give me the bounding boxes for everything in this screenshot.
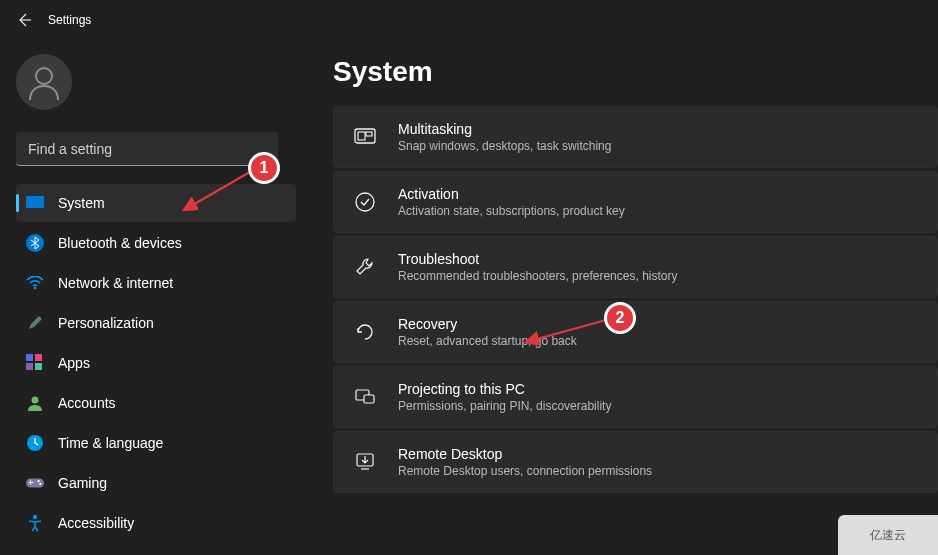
sidebar-item-network[interactable]: Network & internet [16, 264, 296, 302]
setting-projecting[interactable]: Projecting to this PC Permissions, pairi… [333, 366, 938, 428]
svg-point-4 [34, 287, 37, 290]
setting-activation[interactable]: Activation Activation state, subscriptio… [333, 171, 938, 233]
svg-point-14 [33, 515, 37, 519]
svg-point-0 [36, 68, 52, 84]
svg-rect-1 [26, 196, 44, 208]
back-icon[interactable] [16, 12, 32, 28]
gamepad-icon [26, 474, 44, 492]
annotation-arrow-2 [520, 316, 612, 348]
sidebar-item-apps[interactable]: Apps [16, 344, 296, 382]
wifi-icon [26, 274, 44, 292]
sidebar-item-label: Network & internet [58, 275, 173, 291]
settings-list: Multitasking Snap windows, desktops, tas… [333, 106, 938, 493]
sidebar-item-label: Apps [58, 355, 90, 371]
svg-line-23 [526, 320, 606, 342]
nav-list: System Bluetooth & devices Network & int… [16, 184, 299, 542]
main-panel: System Multitasking Snap windows, deskto… [299, 40, 938, 555]
watermark: 亿速云 [838, 515, 938, 555]
sidebar-item-time-language[interactable]: Time & language [16, 424, 296, 462]
avatar[interactable] [16, 54, 72, 110]
setting-desc: Recommended troubleshooters, preferences… [398, 269, 677, 283]
svg-rect-5 [26, 354, 33, 361]
person-icon [24, 62, 64, 102]
setting-remote-desktop[interactable]: Remote Desktop Remote Desktop users, con… [333, 431, 938, 493]
annotation-badge-2: 2 [604, 302, 636, 334]
sidebar-item-label: Gaming [58, 475, 107, 491]
sidebar-item-personalization[interactable]: Personalization [16, 304, 296, 342]
sidebar-item-accessibility[interactable]: Accessibility [16, 504, 296, 542]
recovery-icon [354, 321, 376, 343]
app-title: Settings [48, 13, 91, 27]
setting-desc: Snap windows, desktops, task switching [398, 139, 611, 153]
svg-point-9 [32, 397, 39, 404]
setting-recovery[interactable]: Recovery Reset, advanced startup, go bac… [333, 301, 938, 363]
multitasking-icon [354, 126, 376, 148]
paintbrush-icon [26, 314, 44, 332]
sidebar: System Bluetooth & devices Network & int… [0, 40, 299, 555]
svg-rect-6 [35, 354, 42, 361]
person-icon [26, 394, 44, 412]
svg-rect-20 [364, 395, 374, 403]
annotation-badge-1: 1 [248, 152, 280, 184]
page-title: System [333, 56, 938, 88]
sidebar-item-label: Time & language [58, 435, 163, 451]
sidebar-item-label: System [58, 195, 105, 211]
svg-point-18 [356, 193, 374, 211]
svg-rect-8 [35, 363, 42, 370]
display-icon [26, 194, 44, 212]
watermark-text: 亿速云 [870, 527, 906, 544]
sidebar-item-bluetooth[interactable]: Bluetooth & devices [16, 224, 296, 262]
wrench-icon [354, 256, 376, 278]
annotation-arrow-1 [178, 168, 258, 216]
svg-line-22 [184, 172, 250, 210]
svg-rect-17 [366, 132, 372, 136]
svg-rect-16 [358, 132, 365, 140]
setting-title: Remote Desktop [398, 446, 652, 462]
setting-desc: Remote Desktop users, connection permiss… [398, 464, 652, 478]
setting-multitasking[interactable]: Multitasking Snap windows, desktops, tas… [333, 106, 938, 168]
check-circle-icon [354, 191, 376, 213]
projecting-icon [354, 386, 376, 408]
remote-desktop-icon [354, 451, 376, 473]
apps-icon [26, 354, 44, 372]
sidebar-item-label: Accounts [58, 395, 116, 411]
setting-title: Troubleshoot [398, 251, 677, 267]
setting-desc: Permissions, pairing PIN, discoverabilit… [398, 399, 611, 413]
setting-title: Projecting to this PC [398, 381, 611, 397]
title-bar: Settings [0, 0, 938, 40]
sidebar-item-gaming[interactable]: Gaming [16, 464, 296, 502]
setting-troubleshoot[interactable]: Troubleshoot Recommended troubleshooters… [333, 236, 938, 298]
sidebar-item-accounts[interactable]: Accounts [16, 384, 296, 422]
svg-point-13 [39, 483, 41, 485]
svg-rect-2 [26, 208, 44, 210]
accessibility-icon [26, 514, 44, 532]
svg-rect-7 [26, 363, 33, 370]
setting-desc: Activation state, subscriptions, product… [398, 204, 625, 218]
setting-title: Multitasking [398, 121, 611, 137]
sidebar-item-label: Accessibility [58, 515, 134, 531]
sidebar-item-label: Bluetooth & devices [58, 235, 182, 251]
sidebar-item-label: Personalization [58, 315, 154, 331]
search-input[interactable] [16, 132, 278, 166]
svg-point-12 [38, 480, 40, 482]
setting-title: Activation [398, 186, 625, 202]
bluetooth-icon [26, 234, 44, 252]
clock-icon [26, 434, 44, 452]
